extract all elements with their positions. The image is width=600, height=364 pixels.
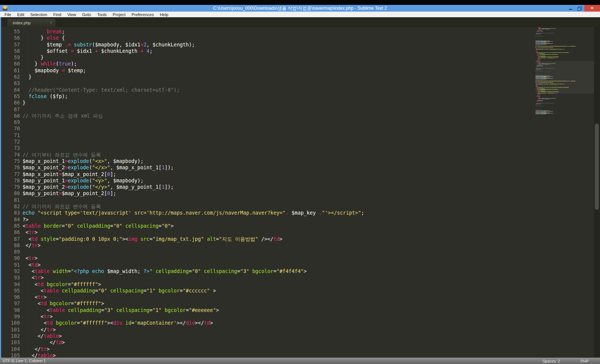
code-line[interactable]: <td bgcolor="#ffffff"><div id='mapContai… [22, 320, 536, 326]
code-line[interactable]: </tr> [22, 242, 536, 249]
indentation-status[interactable]: Spaces: 2 [543, 359, 560, 363]
line-number: 68 [1, 113, 20, 119]
menu-goto[interactable]: Goto [79, 12, 94, 17]
code-line[interactable]: } [22, 54, 536, 61]
line-number: 67 [1, 106, 20, 113]
code-line[interactable]: // 여기까지 주소 검색 xml 파싱 [22, 113, 536, 119]
menu-project[interactable]: Project [110, 12, 129, 17]
indent-guide [34, 267, 35, 358]
line-number: 59 [1, 54, 20, 61]
close-button[interactable]: ✕ [584, 5, 600, 12]
code-line[interactable]: } while(true); [22, 61, 536, 67]
line-number: 105 [1, 352, 20, 358]
menu-file[interactable]: File [2, 12, 14, 17]
line-number: 86 [1, 229, 20, 236]
code-line[interactable]: <table width="<?php echo $map_width; ?>"… [22, 268, 536, 274]
code-line[interactable]: } else { [22, 35, 536, 41]
line-number: 69 [1, 119, 20, 125]
line-number: 66 [1, 100, 20, 106]
code-line[interactable]: <td bgcolor="#ffffff"> [22, 281, 536, 288]
indent-guide [28, 28, 29, 100]
menu-selection[interactable]: Selection [27, 12, 50, 17]
restore-button[interactable] [576, 5, 584, 12]
code-line[interactable]: <tr> [22, 313, 536, 320]
line-number: 88 [1, 242, 20, 249]
code-line[interactable]: $map_y_point_1=explode("<y>", $mapbody); [22, 178, 536, 184]
minimap[interactable] [536, 27, 594, 358]
code-line[interactable]: $map_x_point=$map_x_point_2[0]; [22, 171, 536, 178]
code-line[interactable]: <tr> [22, 229, 536, 236]
code-line[interactable]: </table> [22, 333, 536, 339]
code-line[interactable]: } [22, 74, 536, 80]
code-line[interactable] [22, 125, 536, 132]
code-line[interactable]: <table border="0" cellpadding="0" cellsp… [22, 223, 536, 229]
tab-close-icon[interactable]: × [50, 19, 52, 27]
code-line[interactable]: </td> [22, 339, 536, 346]
code-line[interactable]: <td style="padding:0 0 10px 0;"><img src… [22, 236, 536, 242]
line-number: 56 [1, 35, 20, 41]
code-line[interactable]: <tr> [22, 274, 536, 281]
menu-help[interactable]: Help [157, 12, 171, 17]
minimize-button[interactable] [566, 5, 576, 12]
line-number: 70 [1, 125, 20, 132]
code-line[interactable]: </tr> [22, 346, 536, 352]
code-line[interactable]: <tr> [22, 294, 536, 300]
code-line[interactable]: } [22, 100, 536, 106]
code-line[interactable]: <td> [22, 262, 536, 268]
menu-bar: FileEditSelectionFindViewGotoToolsProjec… [0, 12, 600, 17]
code-editor[interactable]: 5556575859606162636465666768697071727374… [0, 27, 600, 358]
code-line[interactable] [22, 145, 536, 151]
code-line[interactable]: </tr> [22, 327, 536, 333]
vertical-scrollbar[interactable] [594, 27, 600, 358]
code-line[interactable]: break; [22, 28, 536, 35]
code-line[interactable] [22, 80, 536, 87]
encoding-cursor-status: UTF-8, Line 1, Column 1 [3, 358, 46, 364]
code-line[interactable]: </table> [22, 352, 536, 358]
code-line[interactable]: //header("Content-Type: text/xml; charse… [22, 87, 536, 93]
code-line[interactable]: <td bgcolor="#ffffff"> [22, 300, 536, 307]
code-line[interactable]: $map_x_point_1=explode("<x>", $mapbody); [22, 158, 536, 164]
line-number: 77 [1, 171, 20, 178]
indent-guide [40, 267, 41, 358]
code-line[interactable]: // 여기까지 좌표값 변수에 등록 [22, 203, 536, 210]
indent-guide [34, 28, 35, 100]
line-number: 95 [1, 288, 20, 294]
code-line[interactable]: <tr> [22, 255, 536, 261]
line-number: 93 [1, 274, 20, 281]
line-number: 87 [1, 236, 20, 242]
code-line[interactable] [22, 132, 536, 139]
code-line[interactable] [22, 249, 536, 255]
code-line[interactable]: <table cellpadding="0" cellspacing="1" b… [22, 288, 536, 294]
code-line[interactable] [22, 106, 536, 113]
code-line[interactable]: <table cellpadding="3" cellspacing="1" b… [22, 307, 536, 313]
code-line[interactable]: echo "<script type='text/javascript' src… [22, 210, 536, 216]
scrollbar-thumb[interactable] [595, 124, 599, 210]
menu-view[interactable]: View [64, 12, 79, 17]
code-line[interactable]: // 여기부터 좌표값 변수에 등록 [22, 152, 536, 158]
tab-index-php[interactable]: index.php × [8, 19, 56, 27]
line-number: 61 [1, 67, 20, 74]
code-line[interactable]: $map_y_point=$map_y_point_2[0]; [22, 190, 536, 197]
code-line[interactable] [22, 197, 536, 203]
menu-preferences[interactable]: Preferences [129, 12, 157, 17]
code-line[interactable] [22, 119, 536, 125]
code-line[interactable]: $mapbody = $temp; [22, 67, 536, 74]
code-line[interactable]: $offset = $idx1 + $chunkLength + 4; [22, 48, 536, 54]
code-line[interactable]: $temp .= substr($mapbody, $idx1+2, $chun… [22, 42, 536, 48]
code-line[interactable]: $map_y_point_2=explode("</y>", $map_y_po… [22, 184, 536, 190]
line-number: 75 [1, 158, 20, 164]
code-line[interactable]: $map_x_point_2=explode("</x>", $map_x_po… [22, 164, 536, 171]
menu-find[interactable]: Find [50, 12, 64, 17]
line-number: 64 [1, 87, 20, 93]
syntax-status[interactable]: PHP [580, 359, 589, 363]
indent-guide [40, 28, 41, 100]
menu-tools[interactable]: Tools [94, 12, 110, 17]
title-bar[interactable]: S C:\Users\joosu_000\Downloads\샘플 작업\직업중… [0, 5, 600, 12]
code-line[interactable]: fclose ($fp); [22, 93, 536, 100]
code-line[interactable] [22, 139, 536, 145]
code-area[interactable]: break; } else { $temp .= substr($mapbody… [22, 28, 536, 358]
menu-edit[interactable]: Edit [14, 12, 27, 17]
code-line[interactable]: ?> [22, 216, 536, 223]
minimap-viewport [536, 61, 594, 94]
line-number-gutter: 5556575859606162636465666768697071727374… [1, 28, 23, 358]
